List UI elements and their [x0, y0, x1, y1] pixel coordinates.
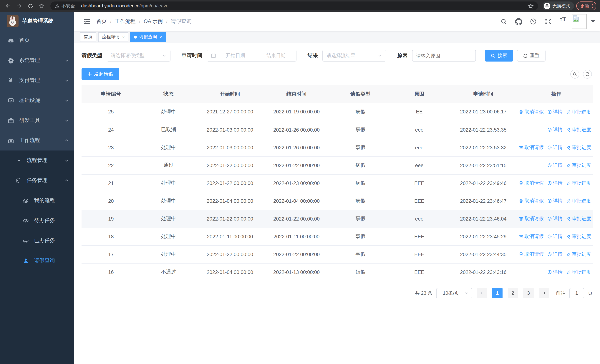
- search-button[interactable]: 搜索: [485, 50, 513, 62]
- sidebar-item-done-tasks[interactable]: 已办任务: [0, 231, 74, 251]
- leave-type-select[interactable]: 请选择请假类型: [107, 50, 170, 62]
- tag-leave-query[interactable]: 请假查询 ×: [130, 32, 166, 42]
- cell-id: 19: [82, 210, 141, 228]
- detail-action-link[interactable]: 详情: [547, 109, 562, 115]
- start-date-input[interactable]: 开始日期: [219, 52, 252, 59]
- progress-action-link[interactable]: 审批进度: [566, 251, 591, 258]
- progress-action-link[interactable]: 审批进度: [566, 144, 591, 151]
- sidebar-item-system[interactable]: 系统管理: [0, 50, 74, 70]
- progress-action-link[interactable]: 审批进度: [566, 269, 591, 275]
- avatar[interactable]: [572, 14, 587, 29]
- sidebar-item-workflow[interactable]: 工作流程: [0, 131, 74, 150]
- detail-action-link[interactable]: 详情: [547, 215, 562, 222]
- cell-apply: 2022-01-22 23:53:35: [448, 121, 519, 139]
- result-select[interactable]: 请选择流结果: [322, 50, 386, 62]
- search-icon[interactable]: [498, 16, 510, 28]
- home-icon[interactable]: [37, 1, 46, 10]
- sidebar-item-infrastructure[interactable]: 基础设施: [0, 90, 74, 111]
- more-vert-icon[interactable]: [592, 4, 593, 8]
- detail-action-link[interactable]: 详情: [547, 126, 562, 133]
- incognito-badge: 无痕模式: [542, 1, 574, 10]
- reset-button[interactable]: 重置: [517, 50, 545, 62]
- detail-action-link[interactable]: 详情: [547, 233, 562, 240]
- progress-action-link[interactable]: 审批进度: [566, 126, 591, 133]
- close-icon[interactable]: ×: [122, 35, 125, 39]
- refresh-circle-icon[interactable]: [583, 70, 592, 79]
- security-warning[interactable]: 不安全: [55, 3, 75, 9]
- progress-action-link[interactable]: 审批进度: [566, 180, 591, 187]
- page-button-1[interactable]: 1: [492, 288, 503, 298]
- url-bar[interactable]: 不安全 dashboard.yudao.iocoder.cn/bpm/oa/le…: [50, 1, 538, 10]
- breadcrumb-home[interactable]: 首页: [96, 18, 107, 25]
- progress-action-link[interactable]: 审批进度: [566, 233, 591, 240]
- end-date-input[interactable]: 结束日期: [259, 52, 292, 59]
- cell-id: 23: [82, 139, 141, 156]
- back-icon[interactable]: [4, 1, 13, 10]
- update-button[interactable]: 更新: [576, 1, 596, 10]
- detail-action-link[interactable]: 详情: [547, 144, 562, 151]
- reload-icon[interactable]: [26, 1, 35, 10]
- total-count: 共 23 条: [415, 290, 432, 296]
- breadcrumb-oa-example[interactable]: OA 示例: [144, 18, 163, 25]
- cancel-action-link[interactable]: 取消请假: [519, 109, 544, 115]
- github-icon[interactable]: [513, 16, 525, 28]
- cell-reason: eee: [391, 210, 448, 228]
- sidebar-item-home[interactable]: 首页: [0, 30, 74, 50]
- detail-action-link[interactable]: 详情: [547, 197, 562, 204]
- sidebar-item-my-process[interactable]: 我的流程: [0, 191, 74, 211]
- star-icon[interactable]: [528, 3, 534, 9]
- page-suffix: 页: [588, 290, 593, 296]
- detail-action-link[interactable]: 详情: [547, 269, 562, 275]
- list-tree-icon: [15, 158, 21, 163]
- cancel-action-link[interactable]: 取消请假: [519, 144, 544, 151]
- caret-down-icon[interactable]: [591, 20, 595, 23]
- tag-home[interactable]: 首页: [80, 32, 96, 42]
- goto-page-input[interactable]: [569, 288, 584, 298]
- cell-start: 2022-01-22 00:00:00: [197, 156, 263, 174]
- progress-action-link[interactable]: 审批进度: [566, 215, 591, 222]
- search-circle-icon[interactable]: [570, 70, 579, 79]
- sidebar-item-process-mgmt[interactable]: 流程管理: [0, 150, 74, 170]
- forward-icon[interactable]: [15, 1, 24, 10]
- cell-apply: 2022-01-22 23:44:35: [448, 245, 519, 263]
- search-icon: [491, 53, 496, 58]
- help-icon[interactable]: [527, 16, 539, 28]
- sidebar-logo[interactable]: 芋道管理系统: [0, 12, 74, 30]
- page-size-select[interactable]: 10条/页: [436, 288, 472, 298]
- cancel-action-link[interactable]: 取消请假: [519, 251, 544, 258]
- detail-action-link[interactable]: 详情: [547, 251, 562, 258]
- cancel-action-link[interactable]: 取消请假: [519, 215, 544, 222]
- progress-action-link[interactable]: 审批进度: [566, 162, 591, 169]
- fullscreen-icon[interactable]: [542, 16, 554, 28]
- progress-action-link[interactable]: 审批进度: [566, 109, 591, 115]
- chevron-down-icon: [65, 58, 69, 63]
- create-leave-button[interactable]: 发起请假: [82, 68, 119, 80]
- collapse-menu-icon[interactable]: [80, 15, 94, 28]
- detail-action-link[interactable]: 详情: [547, 162, 562, 169]
- cell-id: 22: [82, 156, 141, 174]
- detail-action-link[interactable]: 详情: [547, 180, 562, 187]
- page-button-3[interactable]: 3: [523, 288, 534, 298]
- cancel-action-link[interactable]: 取消请假: [519, 197, 544, 204]
- sidebar-item-payment[interactable]: ¥ 支付管理: [0, 70, 74, 90]
- sidebar: 芋道管理系统 首页 系统管理 ¥ 支付管理: [0, 12, 74, 364]
- table-row: 16不通过2022-01-04 00:00:002022-01-13 00:00…: [82, 263, 593, 281]
- cell-type: 病假: [330, 156, 391, 174]
- prev-page-button[interactable]: [477, 288, 487, 298]
- chevron-down-icon: [65, 98, 69, 103]
- font-size-icon[interactable]: TT: [557, 16, 569, 28]
- next-page-button[interactable]: [539, 288, 549, 298]
- sidebar-item-devtools[interactable]: 研发工具: [0, 111, 74, 131]
- cancel-action-link[interactable]: 取消请假: [519, 180, 544, 187]
- close-icon[interactable]: ×: [159, 35, 162, 39]
- sidebar-item-todo-tasks[interactable]: 待办任务: [0, 211, 74, 231]
- sidebar-item-leave-query[interactable]: 请假查询: [0, 251, 74, 271]
- page-button-2[interactable]: 2: [508, 288, 518, 298]
- apply-time-range-picker[interactable]: 开始日期 - 结束日期: [207, 50, 297, 62]
- reason-input[interactable]: [412, 50, 476, 62]
- sidebar-item-task-mgmt[interactable]: 任务管理: [0, 170, 74, 191]
- progress-action-link[interactable]: 审批进度: [566, 197, 591, 204]
- tag-process-detail[interactable]: 流程详情 ×: [98, 32, 128, 42]
- cancel-action-link[interactable]: 取消请假: [519, 233, 544, 240]
- breadcrumb-workflow[interactable]: 工作流程: [115, 18, 136, 25]
